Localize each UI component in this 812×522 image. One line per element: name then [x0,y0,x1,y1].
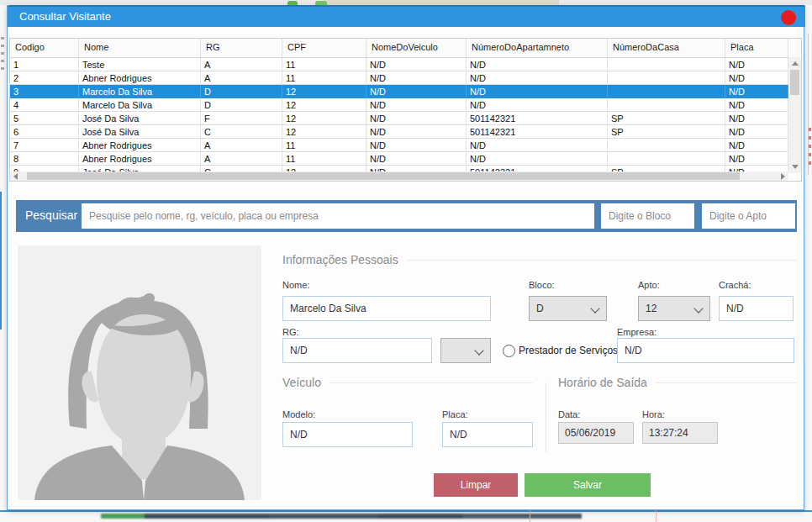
table-cell: N/D [366,85,467,98]
modelo-field[interactable] [282,422,413,447]
limpar-button[interactable]: Limpar [434,473,518,497]
visitors-grid: CodigoNomeRGCPFNomeDoVeiculoNúmeroDoApar… [9,38,802,182]
column-header[interactable]: Placa [725,39,788,57]
prestador-radio[interactable] [503,345,515,357]
table-cell: N/D [467,152,608,166]
scroll-right-icon[interactable] [781,173,785,180]
horizontal-scrollbar[interactable] [10,171,788,181]
rg-field[interactable] [282,338,432,363]
table-cell: A [201,139,282,152]
column-header[interactable]: RG [201,39,282,57]
table-row[interactable]: 4Marcelo Da SilvaD12N/DN/DN/D [10,98,801,112]
search-input[interactable] [82,203,594,229]
table-cell: 11 [282,58,366,71]
table-cell: 12 [282,85,366,98]
column-header[interactable]: NúmeroDaCasa [608,39,725,57]
vertical-scroll-thumb[interactable] [790,70,799,95]
table-cell: N/D [725,112,788,125]
table-cell: 6 [10,125,79,139]
table-row[interactable]: 1TesteA11N/DN/DN/D [10,58,801,71]
apto-label: Apto: [638,280,660,290]
rg-label: RG: [282,327,299,337]
table-cell: 11 [282,71,366,85]
nome-field[interactable] [282,296,491,321]
background-text-fragment [809,128,811,166]
table-cell: N/D [366,58,467,71]
column-header[interactable]: CPF [282,39,366,57]
table-cell: F [201,112,282,125]
scroll-down-icon[interactable] [792,165,799,169]
background-window-edge [0,510,812,512]
vertical-scrollbar[interactable] [788,57,801,173]
grid-header: CodigoNomeRGCPFNomeDoVeiculoNúmeroDoApar… [10,39,801,58]
table-cell: N/D [467,98,608,112]
rg-type-dropdown[interactable] [440,338,491,363]
section-title-personal: Informações Pessoais [282,253,797,266]
data-field: 05/06/2019 [558,422,634,444]
table-cell: SP [608,125,725,139]
table-cell: N/D [366,71,467,85]
apto-search-input[interactable] [702,203,795,229]
table-cell: 8 [10,152,79,166]
table-cell: N/D [366,152,467,166]
empresa-field[interactable] [617,338,794,363]
bloco-search-input[interactable] [601,203,694,229]
table-row[interactable]: 8Abner RodriguesA11N/DN/DN/D [10,152,801,166]
table-row[interactable]: 2Abner RodriguesA11N/DN/DN/D [10,71,801,85]
column-header[interactable]: Codigo [10,39,79,57]
background-divider [530,509,530,522]
table-row[interactable]: 6José Da SilvaC12N/D501142321SPN/D [10,125,801,139]
search-bar: Pesquisar [16,200,797,232]
table-cell: 11 [282,152,366,166]
hora-field: 13:27:24 [642,422,718,444]
table-cell: Abner Rodrigues [79,71,201,85]
section-divider [546,382,546,452]
cracha-label: Crachá: [719,280,751,290]
close-icon[interactable] [781,10,796,25]
placa-field[interactable] [442,422,533,447]
table-cell: N/D [366,98,467,112]
person-silhouette-icon [18,245,261,500]
table-cell [608,139,725,152]
table-cell: José Da Silva [79,125,201,139]
salvar-button[interactable]: Salvar [525,473,651,497]
table-row[interactable]: 5José Da SilvaF12N/D501142321SPN/D [10,112,801,125]
prestador-label: Prestador de Serviços? [519,345,624,356]
modelo-label: Modelo: [282,409,315,419]
column-header[interactable]: NomeDoVeiculo [366,39,467,57]
column-header[interactable]: NúmeroDoApartamneto [467,39,608,57]
table-cell: N/D [467,139,608,152]
table-cell: N/D [725,58,788,71]
section-title-saida: Horário de Saída [558,376,797,389]
visitor-photo-placeholder [18,245,261,500]
table-cell: D [201,98,282,112]
grid-body: 1TesteA11N/DN/DN/D2Abner RodriguesA11N/D… [10,58,801,174]
chevron-down-icon [474,345,483,355]
cracha-field[interactable] [719,296,794,321]
table-cell: 7 [10,139,79,152]
horizontal-scroll-thumb[interactable] [27,172,740,180]
table-cell: 12 [282,98,366,112]
table-row[interactable]: 7Abner RodriguesA11N/DN/DN/D [10,139,801,152]
background-window-edge [0,192,2,330]
background-text-smear [101,514,582,519]
table-cell: Abner Rodrigues [79,152,201,166]
table-cell: N/D [725,85,788,98]
table-row[interactable]: 3Marcelo Da SilvaD12N/DN/DN/D [10,85,801,98]
scroll-up-icon[interactable] [792,61,799,66]
table-cell: N/D [725,125,788,139]
column-header[interactable]: Nome [79,39,201,57]
chevron-down-icon [693,303,703,313]
apto-dropdown[interactable]: 12 [638,296,710,321]
dialog-titlebar[interactable]: Consultar Visitante [8,5,805,27]
empresa-label: Empresa: [617,327,656,337]
table-cell: Marcelo Da Silva [79,85,201,98]
hora-label: Hora: [642,409,665,419]
nome-label: Nome: [282,280,309,290]
table-cell: 501142321 [467,112,608,125]
bloco-dropdown[interactable]: D [529,296,607,321]
table-cell: N/D [725,98,788,112]
table-cell: 11 [282,139,366,152]
data-label: Data: [558,409,580,419]
scroll-left-icon[interactable] [13,173,18,180]
